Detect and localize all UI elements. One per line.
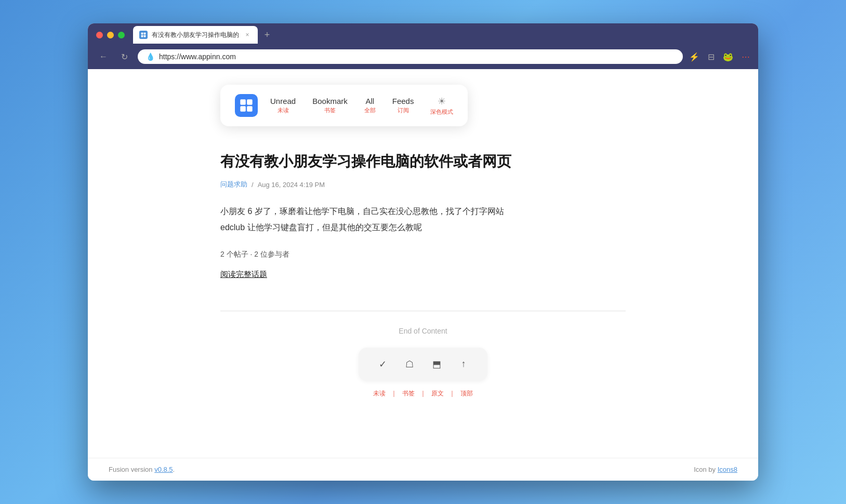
frog-icon[interactable]: 🐸 xyxy=(723,52,733,62)
nav-feeds[interactable]: Feeds xyxy=(392,97,414,105)
read-full-link[interactable]: 阅读完整话题 xyxy=(220,270,267,280)
svg-rect-6 xyxy=(240,106,246,112)
nav-all-wrapper: All 全部 xyxy=(364,97,376,114)
new-tab-button[interactable]: + xyxy=(260,28,274,42)
svg-rect-7 xyxy=(247,106,253,112)
nav-darkmode-wrapper: ☀ 深色模式 xyxy=(430,96,453,116)
tab-favicon xyxy=(139,31,148,39)
active-tab[interactable]: 有没有教小朋友学习操作电脑的 × xyxy=(133,26,258,44)
footer-icon-text: Icon by xyxy=(694,466,718,473)
tab-bar: 有没有教小朋友学习操作电脑的 × + xyxy=(133,26,750,44)
bookmark-action-button[interactable]: ☖ xyxy=(396,353,423,376)
article-stats: 2 个帖子 · 2 位参与者 xyxy=(220,250,626,259)
article-category: 问题求助 xyxy=(220,180,247,189)
article-body-line2: edclub 让他学习键盘盲打，但是其他的交互要怎么教呢 xyxy=(220,220,626,235)
water-drop-icon: 💧 xyxy=(146,52,155,61)
end-of-content-text: End of Content xyxy=(220,327,626,335)
article-title: 有没有教小朋友学习操作电脑的软件或者网页 xyxy=(220,151,626,171)
nav-feeds-wrapper: Feeds 订阅 xyxy=(392,97,414,114)
meta-separator: / xyxy=(252,181,254,189)
menu-icon[interactable]: ⋯ xyxy=(742,52,750,62)
url-bar[interactable]: 💧 https://www.appinn.com xyxy=(138,49,683,64)
title-bar: 有没有教小朋友学习操作电脑的 × + xyxy=(88,23,758,46)
label-top: 顶部 xyxy=(455,389,478,398)
article-date: Aug 16, 2024 4:19 PM xyxy=(258,181,325,189)
svg-rect-4 xyxy=(240,99,246,105)
label-unread: 未读 xyxy=(368,389,391,398)
sep2: ｜ xyxy=(420,389,426,398)
open-original-button[interactable]: ⬒ xyxy=(423,353,450,376)
url-text: https://www.appinn.com xyxy=(159,52,675,61)
nav-unread[interactable]: Unread xyxy=(270,97,296,105)
tab-close-button[interactable]: × xyxy=(243,31,252,39)
maximize-button[interactable] xyxy=(118,32,125,38)
tab-title: 有没有教小朋友学习操作电脑的 xyxy=(152,31,239,39)
footer-version-suffix: . xyxy=(173,466,175,473)
nav-bookmark-wrapper: Bookmark 书签 xyxy=(312,97,348,114)
svg-rect-2 xyxy=(141,35,143,37)
footer-version: Fusion version v0.8.5. xyxy=(109,466,175,473)
extensions-icon[interactable]: ⚡ xyxy=(689,52,699,62)
refresh-button[interactable]: ↻ xyxy=(117,49,131,64)
nav-all[interactable]: All xyxy=(365,97,374,105)
nav-bookmark-cn: 书签 xyxy=(324,107,336,114)
svg-rect-3 xyxy=(144,35,146,37)
action-labels: 未读 ｜ 书签 ｜ 原文 ｜ 顶部 xyxy=(220,389,626,398)
nav-feeds-cn: 订阅 xyxy=(398,107,409,114)
scroll-top-button[interactable]: ↑ xyxy=(450,353,477,376)
nav-unread-cn: 未读 xyxy=(277,107,289,114)
traffic-lights xyxy=(96,32,125,38)
browser-window: 有没有教小朋友学习操作电脑的 × + ← ↻ 💧 https://www.app… xyxy=(88,23,758,481)
back-button[interactable]: ← xyxy=(96,49,111,64)
close-button[interactable] xyxy=(96,32,103,38)
nav-items: Unread 未读 Bookmark 书签 All 全部 Feeds 订阅 xyxy=(270,96,453,116)
minimize-button[interactable] xyxy=(107,32,114,38)
label-original: 原文 xyxy=(426,389,449,398)
footer-icon: Icon by Icons8 xyxy=(694,466,737,473)
action-bar: ✓ ☖ ⬒ ↑ xyxy=(359,348,487,381)
page-footer: Fusion version v0.8.5. Icon by Icons8 xyxy=(88,458,758,481)
article-meta: 问题求助 / Aug 16, 2024 4:19 PM xyxy=(220,180,626,189)
sep3: ｜ xyxy=(449,389,455,398)
toolbar-icons: ⚡ ⊟ 🐸 ⋯ xyxy=(689,52,750,62)
nav-popup: Unread 未读 Bookmark 书签 All 全部 Feeds 订阅 xyxy=(220,85,468,126)
page-inner: Unread 未读 Bookmark 书签 All 全部 Feeds 订阅 xyxy=(200,69,646,429)
nav-unread-wrapper: Unread 未读 xyxy=(270,97,296,114)
article-body: 小朋友 6 岁了，琢磨着让他学下电脑，自己实在没心思教他，找了个打字网站 edc… xyxy=(220,204,626,235)
version-link[interactable]: v0.8.5 xyxy=(154,466,173,473)
svg-rect-1 xyxy=(144,33,146,35)
article-body-line1: 小朋友 6 岁了，琢磨着让他学下电脑，自己实在没心思教他，找了个打字网站 xyxy=(220,204,626,219)
svg-rect-5 xyxy=(247,99,253,105)
mark-unread-button[interactable]: ✓ xyxy=(369,353,396,376)
sep1: ｜ xyxy=(391,389,397,398)
icons8-link[interactable]: Icons8 xyxy=(718,466,737,473)
svg-rect-0 xyxy=(141,33,143,35)
nav-all-cn: 全部 xyxy=(364,107,376,114)
sun-icon[interactable]: ☀ xyxy=(438,96,446,107)
footer-version-text: Fusion version xyxy=(109,466,154,473)
reader-view-icon[interactable]: ⊟ xyxy=(708,52,715,62)
nav-logo xyxy=(235,94,258,117)
nav-bookmark[interactable]: Bookmark xyxy=(312,97,348,105)
address-bar: ← ↻ 💧 https://www.appinn.com ⚡ ⊟ 🐸 ⋯ xyxy=(88,46,758,69)
label-bookmark: 书签 xyxy=(397,389,420,398)
page-content: Unread 未读 Bookmark 书签 All 全部 Feeds 订阅 xyxy=(88,69,758,458)
content-divider xyxy=(220,311,626,311)
darkmode-label: 深色模式 xyxy=(430,108,453,116)
